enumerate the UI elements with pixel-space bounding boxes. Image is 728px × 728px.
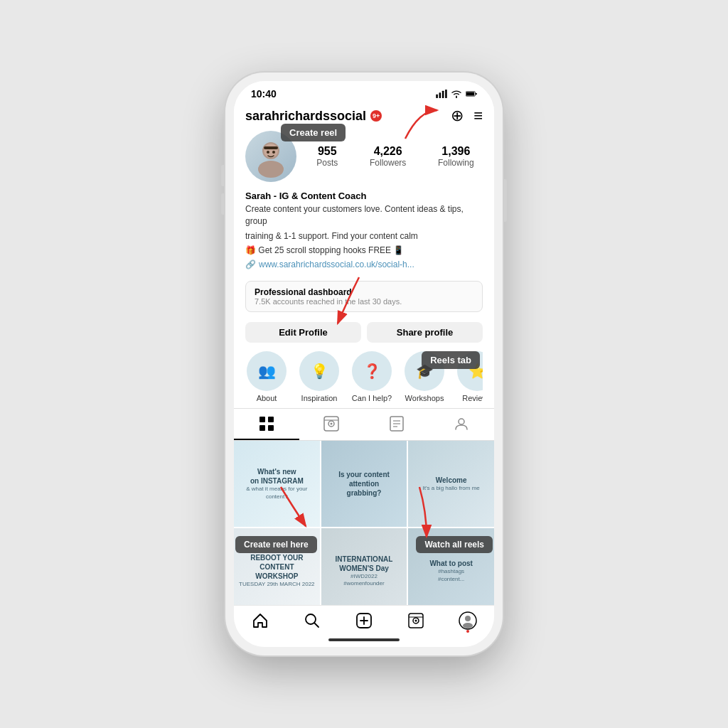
content-tab-bar (234, 408, 494, 441)
nav-reels[interactable] (390, 611, 442, 630)
svg-point-37 (465, 616, 471, 621)
status-bar: 10:40 (234, 81, 494, 102)
svg-rect-13 (259, 417, 265, 422)
power-button[interactable] (503, 179, 507, 222)
bio-text-2: training & 1-1 support. Find your conten… (245, 230, 483, 242)
tab-grid[interactable] (234, 409, 299, 440)
tab-tagged[interactable] (364, 409, 429, 440)
grid-item-2[interactable]: Is your contentattentiongrabbing? (321, 441, 407, 527)
grid-item-4-main: REBOOT YOURCONTENTWORKSHOP (250, 553, 303, 581)
volume-down-button[interactable] (221, 193, 225, 215)
highlight-inspiration-circle: 💡 (299, 351, 339, 391)
username-area: sarahrichardssocial 9+ (245, 109, 382, 124)
svg-rect-3 (445, 90, 447, 98)
highlight-reviews-label: Reviews (462, 394, 483, 402)
content-area: What's newon INSTAGRAM & what it means f… (234, 441, 494, 605)
svg-point-34 (415, 620, 417, 622)
bio-text-3: 🎁 Get 25 scroll stopping hooks FREE 📱 (245, 245, 483, 257)
add-post-icon[interactable]: ⊕ (451, 107, 464, 125)
battery-icon (466, 90, 477, 98)
grid-item-3[interactable]: Welcome It's a big hallo from me (408, 441, 494, 527)
grid-item-6-main: What to post (429, 559, 473, 568)
professional-dashboard[interactable]: Professional dashboard 7.5K accounts rea… (245, 281, 483, 312)
highlight-inspiration[interactable]: 💡 Inspiration (298, 351, 341, 402)
grid-item-2-text: Is your contentattentiongrabbing? (321, 441, 407, 527)
following-stat[interactable]: 1,396 Following (438, 145, 474, 168)
reels-tab-icon (323, 416, 339, 432)
highlight-can-i-help[interactable]: ❓ Can I help? (350, 351, 393, 402)
create-reel-here-overlay: Create reel here (235, 536, 317, 553)
grid-item-1-text: What's newon INSTAGRAM & what it means f… (234, 441, 320, 527)
nav-home[interactable] (234, 611, 286, 630)
svg-rect-5 (466, 92, 475, 95)
grid-item-3-main: Welcome (436, 476, 467, 485)
home-indicator (234, 633, 494, 647)
bio-link[interactable]: 🔗 www.sarahrichardssocial.co.uk/social-h… (245, 259, 483, 269)
dashboard-subtitle: 7.5K accounts reached in the last 30 day… (255, 297, 473, 306)
posts-stat: 955 Posts (316, 145, 338, 168)
username-text: sarahrichardssocial (245, 109, 366, 124)
photo-grid: What's newon INSTAGRAM & what it means f… (234, 441, 494, 605)
edit-profile-button[interactable]: Edit Profile (245, 322, 361, 343)
share-profile-button[interactable]: Share profile (367, 322, 483, 343)
grid-item-4-sub: TUESDAY 29th MARCH 2022 (239, 581, 314, 588)
grid-item-1[interactable]: What's newon INSTAGRAM & what it means f… (234, 441, 320, 527)
grid-item-6-sub: #hashtags#content... (438, 568, 464, 583)
followers-stat[interactable]: 4,226 Followers (370, 145, 406, 168)
highlight-can-i-help-label: Can I help? (352, 394, 392, 402)
header-icons: ⊕ ≡ (451, 107, 483, 125)
tab-reels[interactable] (299, 409, 365, 440)
svg-point-25 (459, 419, 464, 424)
svg-rect-16 (268, 425, 274, 431)
bottom-nav (234, 605, 494, 633)
svg-point-11 (267, 151, 269, 154)
menu-icon[interactable]: ≡ (473, 107, 483, 125)
highlight-about[interactable]: 👥 About (245, 351, 288, 402)
grid-item-5-sub: #IWD2022#womenfounder (343, 573, 384, 588)
reels-nav-icon (407, 612, 424, 629)
svg-line-28 (314, 623, 318, 627)
grid-item-1-sub: & what it means for your content? (238, 486, 316, 500)
grid-item-3-sub: It's a big hallo from me (423, 485, 480, 492)
instagram-header: sarahrichardssocial 9+ ⊕ ≡ (234, 102, 494, 131)
following-count: 1,396 (438, 145, 474, 158)
highlight-workshops-label: Workshops (405, 394, 444, 402)
highlight-about-circle: 👥 (247, 351, 287, 391)
home-bar (328, 638, 400, 641)
signal-icon (436, 90, 447, 98)
volume-up-button[interactable] (221, 165, 225, 186)
notification-badge[interactable]: 9+ (370, 110, 382, 122)
svg-rect-2 (442, 91, 444, 98)
bio-text-1: Create content your customers love. Cont… (245, 203, 483, 228)
grid-tab-icon (259, 416, 274, 432)
status-time: 10:40 (251, 88, 277, 100)
dashboard-title: Professional dashboard (255, 287, 473, 297)
grid-item-2-main: Is your contentattentiongrabbing? (338, 470, 390, 498)
nav-search[interactable] (286, 611, 338, 630)
posts-count: 955 (316, 145, 338, 158)
tab-people[interactable] (429, 409, 495, 440)
followers-count: 4,226 (370, 145, 406, 158)
grid-item-1-main: What's newon INSTAGRAM (250, 467, 304, 486)
wifi-icon (451, 90, 462, 98)
svg-rect-14 (268, 417, 274, 422)
highlight-about-label: About (257, 394, 277, 402)
nav-profile[interactable] (442, 611, 494, 630)
grid-item-5-text: INTERNATIONALWOMEN'S Day #IWD2022#womenf… (321, 528, 407, 605)
grid-item-5-main: INTERNATIONALWOMEN'S Day (336, 555, 393, 573)
profile-nav-icon (459, 611, 477, 630)
nav-add[interactable] (338, 611, 390, 630)
reels-tab-tooltip: Reels tab (422, 351, 480, 369)
svg-rect-0 (436, 95, 438, 98)
home-icon (252, 612, 269, 629)
phone-screen: 10:40 (234, 81, 494, 647)
highlight-can-i-help-circle: ❓ (352, 351, 392, 391)
svg-point-19 (331, 423, 333, 425)
add-icon (355, 612, 373, 629)
grid-item-3-text: Welcome It's a big hallo from me (408, 441, 494, 527)
grid-item-5[interactable]: INTERNATIONALWOMEN'S Day #IWD2022#womenf… (321, 528, 407, 605)
svg-rect-1 (439, 92, 441, 98)
watch-all-reels-overlay: Watch all reels (416, 536, 493, 553)
svg-point-9 (264, 144, 278, 158)
svg-rect-10 (264, 146, 278, 149)
